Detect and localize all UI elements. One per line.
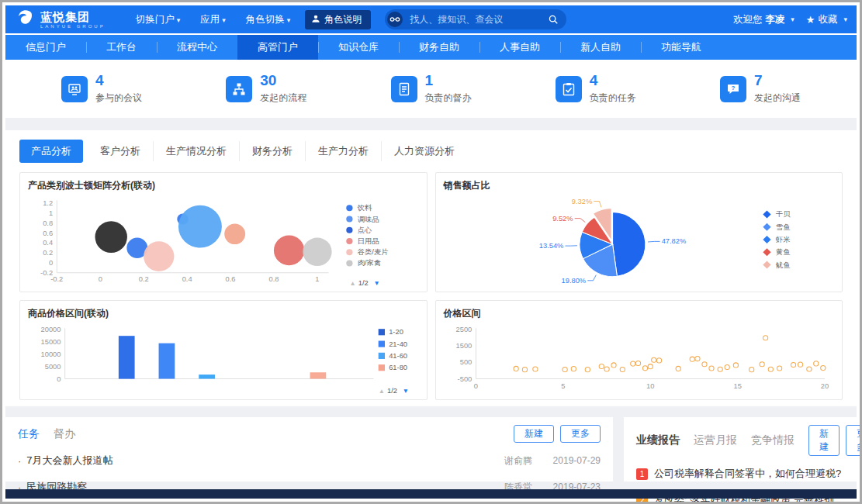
task-icon [556, 76, 582, 102]
svg-text:-500: -500 [457, 375, 472, 383]
report-row[interactable]: 1公司税率解释合同签署中，如何合理避税? [636, 461, 844, 487]
stat-label: 参与的会议 [95, 91, 142, 105]
svg-text:1: 1 [49, 209, 53, 217]
tab-5[interactable]: 人力资源分析 [382, 141, 467, 161]
search-icon[interactable] [548, 14, 559, 25]
chart-title: 商品价格区间(联动) [28, 307, 419, 320]
svg-text:500: 500 [459, 359, 472, 367]
reports-card: 业绩报告运营月报竞争情报 新建 更多 1公司税率解释合同签署中，如何合理避税?2… [624, 417, 857, 482]
svg-text:13.54%: 13.54% [538, 242, 563, 250]
nav-item-7[interactable]: 新人自助 [560, 35, 641, 60]
stats-row: 4参与的会议30发起的流程1负责的督办4负责的任务?7发起的沟通 [5, 60, 857, 118]
rank-badge: 1 [636, 468, 648, 480]
charts-grid: 产品类别波士顿矩阵分析(联动)-0.200.20.40.60.811.2-0.2… [19, 172, 843, 400]
svg-text:1500: 1500 [455, 342, 472, 350]
chevron-down-icon[interactable]: ▾ [791, 16, 794, 23]
report-tab-2[interactable]: 竞争情报 [751, 433, 794, 447]
chart-3-scatter[interactable]: -5005001500250005101520 [444, 322, 835, 398]
report-tab-1[interactable]: 运营月报 [694, 433, 737, 447]
person-icon [311, 14, 320, 26]
tab-4[interactable]: 生产力分析 [306, 141, 382, 161]
chevron-down-icon: ▾ [222, 16, 226, 24]
svg-text:1/2: 1/2 [387, 387, 397, 395]
stat-2[interactable]: 1负责的督办 [391, 73, 472, 105]
svg-text:0.4: 0.4 [182, 275, 192, 283]
brand-name: 蓝悦集团 [40, 11, 106, 22]
svg-text:0: 0 [57, 375, 61, 383]
svg-text:1/2: 1/2 [358, 279, 369, 287]
nav-item-2[interactable]: 流程中心 [157, 35, 237, 60]
nav-item-0[interactable]: 信息门户 [5, 35, 86, 60]
role-badge[interactable]: 角色说明 [305, 10, 371, 29]
report-more-button[interactable]: 更多 [846, 425, 862, 456]
nav-item-6[interactable]: 人事自助 [479, 35, 560, 60]
topbar-menu-1[interactable]: 应用▾ [200, 13, 226, 26]
tab-2[interactable]: 生产情况分析 [154, 141, 240, 161]
chart-panel-0: 产品类别波士顿矩阵分析(联动)-0.200.20.40.60.811.2-0.2… [19, 172, 428, 292]
tab-3[interactable]: 财务分析 [240, 141, 306, 161]
chevron-down-icon[interactable]: ▾ [843, 16, 847, 23]
task-new-button[interactable]: 新建 [514, 425, 554, 443]
chart-2-bar[interactable]: 050001000015000200001-2021-4041-6061-80▲… [28, 322, 419, 398]
brand[interactable]: 蓝悦集团 LANYUE GROUP [15, 8, 106, 31]
svg-text:1: 1 [315, 275, 319, 283]
task-date: 2019-07-29 [543, 455, 601, 466]
chart-title: 产品类别波士顿矩阵分析(联动) [28, 179, 419, 192]
assistant-icon [386, 11, 403, 28]
nav-item-3[interactable]: 高管门户 [237, 35, 318, 60]
task-tabs: 任务督办 [18, 427, 89, 441]
app-window: 蓝悦集团 LANYUE GROUP 切换门户▾应用▾角色切换▾ 角色说明 [0, 0, 862, 504]
chart-title: 价格区间 [444, 307, 835, 320]
user-name[interactable]: 李凌 [765, 14, 784, 25]
topbar-menu-2[interactable]: 角色切换▾ [246, 13, 291, 26]
flow-icon [226, 76, 252, 102]
report-tab-0[interactable]: 业绩报告 [636, 433, 680, 447]
stat-value: 1 [425, 73, 472, 88]
task-author: 谢俞腾 [504, 454, 532, 468]
report-new-button[interactable]: 新建 [808, 425, 839, 456]
stat-1[interactable]: 30发起的流程 [226, 73, 306, 105]
bottom-row: 任务督办 新建 更多 ·7月大会新人报道帖谢俞腾2019-07-29·民族园路勘… [5, 417, 857, 482]
svg-text:15000: 15000 [41, 338, 61, 346]
nav-item-1[interactable]: 工作台 [86, 35, 157, 60]
search-input[interactable] [408, 13, 548, 26]
svg-text:?: ? [732, 85, 736, 91]
brand-subtitle: LANYUE GROUP [40, 24, 106, 29]
search-box[interactable] [385, 9, 566, 29]
svg-text:47.82%: 47.82% [661, 238, 686, 246]
welcome-text: 欢迎您 李凌 [733, 13, 784, 26]
stat-value: 30 [260, 73, 306, 88]
svg-text:谷类/麦片: 谷类/麦片 [358, 248, 389, 256]
task-row[interactable]: ·7月大会新人报道帖谢俞腾2019-07-29 [18, 447, 601, 474]
footer-bar [5, 489, 857, 499]
nav-item-5[interactable]: 财务自助 [399, 35, 479, 60]
svg-text:饮料: 饮料 [357, 204, 372, 212]
nav-item-4[interactable]: 知识仓库 [318, 35, 399, 60]
chart-panel-1: 销售额占比47.82%19.80%13.54%9.52%9.32%干贝雪鱼虾米黄… [435, 172, 843, 292]
svg-text:点心: 点心 [358, 226, 372, 234]
chart-1-pie[interactable]: 47.82%19.80%13.54%9.52%9.32%干贝雪鱼虾米黄鱼鱿鱼 [444, 194, 835, 290]
topbar-menu-0[interactable]: 切换门户▾ [136, 13, 181, 26]
task-tab-1[interactable]: 督办 [54, 427, 75, 441]
task-more-button[interactable]: 更多 [560, 425, 601, 443]
stat-4[interactable]: ?7发起的沟通 [720, 73, 801, 105]
stat-3[interactable]: 4负责的任务 [556, 73, 636, 105]
chart-0-scatter[interactable]: -0.200.20.40.60.811.2-0.200.20.40.60.81饮… [28, 194, 419, 290]
svg-text:61-80: 61-80 [389, 364, 407, 371]
svg-text:0: 0 [473, 382, 477, 390]
topbar: 蓝悦集团 LANYUE GROUP 切换门户▾应用▾角色切换▾ 角色说明 [5, 5, 857, 33]
tab-1[interactable]: 客户分析 [88, 141, 154, 161]
stat-label: 负责的督办 [425, 91, 472, 105]
tasks-card: 任务督办 新建 更多 ·7月大会新人报道帖谢俞腾2019-07-29·民族园路勘… [5, 417, 613, 482]
favorite[interactable]: ★收藏 [806, 13, 838, 26]
stat-label: 发起的沟通 [754, 91, 801, 105]
svg-text:21-40: 21-40 [389, 340, 407, 348]
task-title: 7月大会新人报道帖 [26, 454, 504, 468]
nav-item-8[interactable]: 功能导航 [641, 35, 722, 60]
svg-text:调味品: 调味品 [358, 216, 379, 223]
stat-0[interactable]: 4参与的会议 [61, 73, 142, 105]
svg-text:15: 15 [733, 382, 741, 390]
svg-text:鱿鱼: 鱿鱼 [775, 261, 790, 269]
task-tab-0[interactable]: 任务 [18, 427, 40, 441]
tab-0[interactable]: 产品分析 [19, 140, 83, 163]
